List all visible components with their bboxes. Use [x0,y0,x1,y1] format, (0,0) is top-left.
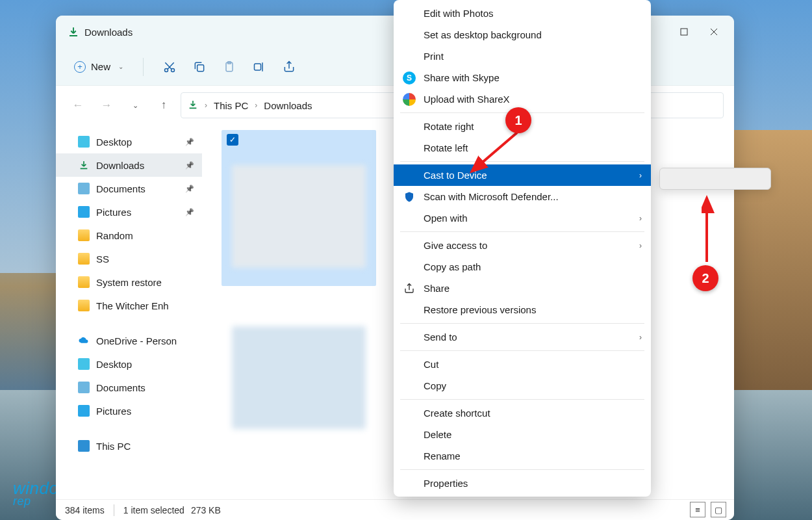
desktop-icon [78,136,90,148]
downloads-icon [68,26,79,38]
ctx-open-with[interactable]: Open with› [394,207,651,229]
context-menu: Edit with PhotosSet as desktop backgroun… [394,0,651,497]
annotation-arrow-2 [702,194,715,265]
file-thumbnail[interactable] [222,300,376,456]
breadcrumb-current[interactable]: Downloads [264,100,312,111]
ctx-share[interactable]: Share [394,278,651,299]
new-button[interactable]: + New ⌄ [68,57,130,77]
share-button[interactable] [276,54,302,80]
ctx-item-label: Give access to [424,240,487,251]
selection-checkbox[interactable]: ✓ [227,134,238,146]
chevron-right-icon: › [639,214,642,223]
share-icon [403,282,416,295]
ctx-item-label: Copy [424,380,446,391]
close-button[interactable] [699,19,729,45]
onedrive-icon [78,335,90,346]
ctx-item-label: Create shortcut [424,408,490,419]
ctx-item-label: Set as desktop background [424,29,542,40]
pin-icon: 📌 [185,185,194,193]
back-button[interactable]: ← [66,92,90,118]
ctx-item-label: Upload with ShareX [424,94,510,105]
ctx-copy[interactable]: Copy [394,375,651,396]
ctx-item-label: Delete [424,429,451,440]
sidebar-item-label: Desktop [96,136,132,148]
sidebar-item-system-restore[interactable]: System restore [56,270,202,294]
ctx-item-label: Send to [424,332,457,343]
sidebar-item-label: SS [96,254,109,265]
sidebar-item-random[interactable]: Random [56,224,202,247]
sidebar-item-label: System restore [96,277,162,288]
ctx-item-label: Properties [424,478,468,489]
sidebar-item-label: Random [96,230,133,241]
sidebar-item-this-pc[interactable]: This PC [56,434,202,458]
ctx-delete[interactable]: Delete [394,424,651,445]
ctx-properties[interactable]: Properties [394,473,651,494]
thumbnails-view-button[interactable]: ▢ [711,502,726,517]
rename-button[interactable] [246,54,272,80]
chevron-down-icon: ⌄ [118,63,123,70]
defend-icon [403,190,416,203]
annotation-badge-1: 1 [505,107,531,133]
ctx-create-shortcut[interactable]: Create shortcut [394,402,651,424]
pin-icon: 📌 [185,138,194,146]
sidebar-item-label: Pictures [96,207,131,218]
ctx-restore-previous-versions[interactable]: Restore previous versions [394,299,651,320]
sidebar-item-desktop[interactable]: Desktop [56,352,202,376]
new-label: New [91,61,110,72]
details-view-button[interactable]: ≡ [690,502,705,517]
sidebar-item-documents[interactable]: Documents📌 [56,177,202,200]
recent-dropdown[interactable]: ⌄ [123,92,147,118]
ctx-item-label: Print [424,51,444,62]
paste-button[interactable] [216,54,242,80]
ctx-cut[interactable]: Cut [394,354,651,375]
ctx-copy-as-path[interactable]: Copy as path [394,256,651,278]
cast-submenu[interactable] [659,168,771,190]
sidebar-item-pictures[interactable]: Pictures📌 [56,200,202,224]
maximize-button[interactable] [669,19,699,45]
svg-point-1 [165,68,168,72]
sidebar-item-pictures[interactable]: Pictures [56,399,202,422]
desktop-icon [78,358,90,370]
ctx-share-with-skype[interactable]: SShare with Skype [394,67,651,88]
ctx-item-label: Scan with Microsoft Defender... [424,191,559,202]
sidebar: Desktop📌Downloads📌Documents📌Pictures📌Ran… [56,125,202,499]
breadcrumb-root[interactable]: This PC [214,100,248,111]
sidebar-item-label: Documents [96,183,146,194]
selection-size: 273 KB [191,505,221,515]
ctx-item-label: Share [424,283,450,294]
item-count: 384 items [65,505,105,515]
ctx-set-as-desktop-background[interactable]: Set as desktop background [394,24,651,46]
sidebar-item-desktop[interactable]: Desktop📌 [56,130,202,153]
sidebar-item-label: Pictures [96,406,131,417]
status-bar: 384 items 1 item selected 273 KB ≡ ▢ [56,499,734,520]
sidebar-item-documents[interactable]: Documents [56,376,202,399]
ctx-print[interactable]: Print [394,46,651,67]
chevron-right-icon: › [255,101,257,110]
window-controls [669,19,729,45]
cut-button[interactable] [157,54,183,80]
ctx-give-access-to[interactable]: Give access to› [394,235,651,256]
ctx-rename[interactable]: Rename [394,445,651,467]
pc-icon [78,440,90,452]
ctx-send-to[interactable]: Send to› [394,326,651,348]
pin-icon: 📌 [185,208,194,216]
annotation-badge-2: 2 [692,265,718,291]
sidebar-item-onedrive---person[interactable]: OneDrive - Person [56,329,202,352]
copy-button[interactable] [186,54,212,80]
pin-icon: 📌 [185,161,194,170]
sidebar-item-ss[interactable]: SS [56,247,202,270]
ctx-upload-with-sharex[interactable]: Upload with ShareX [394,88,651,110]
ctx-item-label: Rename [424,450,461,462]
up-button[interactable]: ↑ [152,92,175,118]
ctx-item-label: Cut [424,359,438,370]
sidebar-item-label: This PC [96,441,131,452]
svg-rect-3 [197,64,204,71]
ctx-edit-with-photos[interactable]: Edit with Photos [394,3,651,24]
ctx-scan-with-microsoft-defender-[interactable]: Scan with Microsoft Defender... [394,186,651,207]
sidebar-item-downloads[interactable]: Downloads📌 [56,153,202,177]
forward-button[interactable]: → [95,92,118,118]
sidebar-item-label: Desktop [96,359,132,370]
sidebar-item-the-witcher-enh[interactable]: The Witcher Enh [56,294,202,317]
docs-icon [78,382,90,393]
chevron-right-icon: › [639,241,642,250]
